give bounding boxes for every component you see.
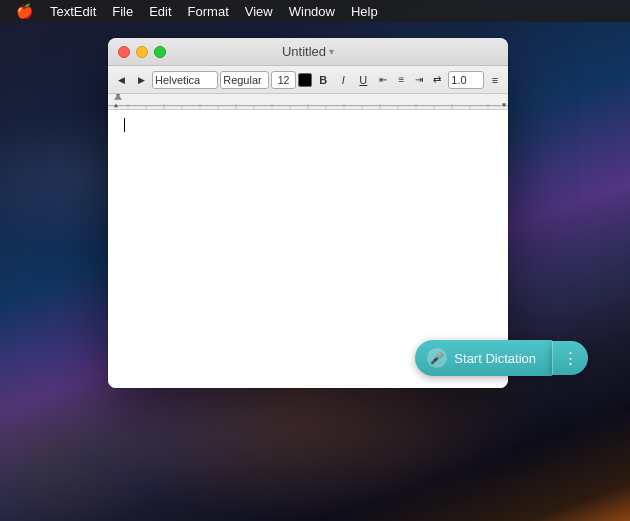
titlebar: Untitled ▾: [108, 38, 508, 66]
microphone-icon: 🎤: [427, 348, 447, 368]
menubar-textedit[interactable]: TextEdit: [43, 2, 103, 21]
menubar-window[interactable]: Window: [282, 2, 342, 21]
textedit-window: Untitled ▾ ◀ ▶ Helvetica Regular 12: [108, 38, 508, 388]
toolbar: ◀ ▶ Helvetica Regular 12 B I U ⇤: [108, 66, 508, 94]
menubar: 🍎 TextEdit File Edit Format View Window …: [0, 0, 630, 22]
start-dictation-button[interactable]: 🎤 Start Dictation: [415, 340, 552, 376]
dictation-more-button[interactable]: ⋮: [552, 341, 588, 375]
zoom-button[interactable]: [154, 46, 166, 58]
align-right-button[interactable]: ⇥: [410, 71, 428, 89]
font-size-select[interactable]: 12: [271, 71, 296, 89]
align-center-button[interactable]: ≡: [392, 71, 410, 89]
text-cursor: [124, 118, 125, 132]
apple-menu[interactable]: 🍎: [8, 3, 41, 19]
menubar-file[interactable]: File: [105, 2, 140, 21]
align-group: ⇤ ≡ ⇥ ⇄: [374, 71, 446, 89]
window-title-text: Untitled: [282, 44, 326, 59]
minimize-button[interactable]: [136, 46, 148, 58]
svg-marker-25: [114, 94, 122, 100]
close-button[interactable]: [118, 46, 130, 58]
list-button[interactable]: ≡: [486, 71, 504, 89]
font-style-select[interactable]: Regular: [220, 71, 269, 89]
ruler: [108, 94, 508, 110]
dictation-label: Start Dictation: [454, 351, 536, 366]
menubar-view[interactable]: View: [238, 2, 280, 21]
style-prev-button[interactable]: ◀: [112, 71, 130, 89]
font-family-select[interactable]: Helvetica: [152, 71, 218, 89]
italic-button[interactable]: I: [334, 71, 352, 89]
menubar-edit[interactable]: Edit: [142, 2, 178, 21]
menubar-format[interactable]: Format: [181, 2, 236, 21]
bold-button[interactable]: B: [314, 71, 332, 89]
more-icon: ⋮: [563, 349, 578, 367]
title-chevron[interactable]: ▾: [329, 46, 334, 57]
align-justify-button[interactable]: ⇄: [428, 71, 446, 89]
style-next-button[interactable]: ▶: [132, 71, 150, 89]
window-title: Untitled ▾: [282, 44, 334, 59]
desktop: 🍎 TextEdit File Edit Format View Window …: [0, 0, 630, 521]
line-spacing-select[interactable]: 1.0: [448, 71, 484, 89]
menubar-help[interactable]: Help: [344, 2, 385, 21]
underline-button[interactable]: U: [354, 71, 372, 89]
color-swatch[interactable]: [298, 73, 312, 87]
dictation-bar: 🎤 Start Dictation ⋮: [415, 340, 588, 376]
align-left-button[interactable]: ⇤: [374, 71, 392, 89]
traffic-lights: [118, 46, 166, 58]
